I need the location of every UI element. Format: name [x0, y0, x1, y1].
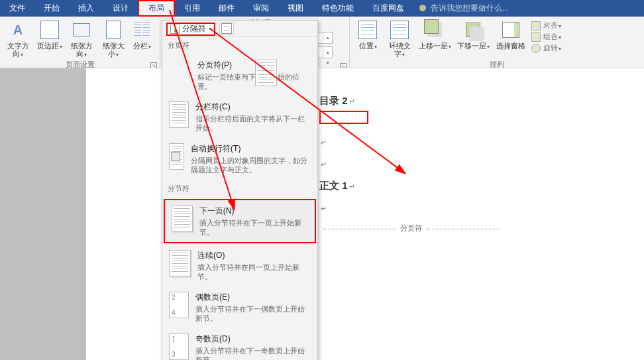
position-button[interactable]: 位置	[354, 18, 382, 51]
break-item-wrap[interactable]: 自动换行符(T)分隔网页上的对象周围的文字，如分隔题注文字与正文。	[162, 138, 317, 180]
orientation-label: 纸张方向	[68, 42, 95, 59]
spin-up-icon[interactable]: ▴	[323, 47, 332, 58]
bring-forward-label: 上移一层	[419, 42, 451, 51]
empty-paragraph-1	[319, 134, 503, 150]
break-item-next-page[interactable]: 下一页(N)插入分节符并在下一页上开始新节。	[164, 199, 316, 243]
tab-references[interactable]: 引用	[175, 0, 209, 17]
text-direction-label: 文字方向	[4, 42, 32, 59]
margins-button[interactable]: 页边距	[36, 18, 64, 51]
lightbulb-icon	[419, 5, 427, 13]
tab-file[interactable]: 文件	[0, 0, 34, 17]
send-backward-button[interactable]: 下移一层	[456, 18, 490, 51]
bring-forward-button[interactable]: 上移一层	[417, 18, 452, 51]
selection-pane-label: 选择窗格	[496, 42, 525, 50]
empty-paragraph-2	[319, 156, 503, 172]
breaks-icon	[170, 25, 180, 34]
tab-insert[interactable]: 插入	[69, 0, 103, 17]
group-icon	[531, 32, 541, 42]
tab-mailings[interactable]: 邮件	[209, 0, 244, 17]
even-page-break-icon	[169, 292, 189, 318]
wrap-text-label: 环绕文字	[386, 42, 413, 59]
rotate-icon	[531, 44, 541, 53]
text-direction-button[interactable]: A 文字方向	[4, 18, 32, 59]
next-page-break-icon	[172, 206, 193, 232]
tab-special[interactable]: 特色功能	[313, 0, 363, 17]
tab-home[interactable]: 开始	[34, 0, 69, 17]
heading-toc: 目录 2	[319, 93, 503, 109]
rotate-button[interactable]: 旋转	[531, 43, 561, 53]
selection-pane-button[interactable]: 选择窗格	[494, 18, 527, 50]
page-break-marker: 分页符	[319, 220, 503, 236]
spin-up-icon[interactable]: ▴	[323, 32, 332, 43]
paper-size-label: 纸张大小	[99, 42, 127, 59]
line-numbers-button[interactable]	[219, 23, 234, 34]
section-header-section-breaks: 分节符	[162, 180, 317, 198]
text-wrap-break-icon	[169, 143, 184, 170]
tell-me[interactable]: 告诉我您想要做什么...	[419, 0, 509, 17]
break-item-column[interactable]: 分栏符(C)指示分栏符后面的文字将从下一栏开始。	[162, 96, 317, 138]
cursor-line	[319, 111, 503, 129]
tab-baidu[interactable]: 百度网盘	[363, 0, 413, 17]
break-item-even-page[interactable]: 偶数页(E)插入分节符并在下一偶数页上开始新节。	[162, 286, 317, 328]
group-page-setup: A 文字方向 页边距 纸张方向 纸张大小 分栏 页面设置↘	[0, 17, 160, 68]
odd-page-break-icon	[169, 333, 189, 360]
menu-bar: 文件 开始 插入 设计 布局 引用 邮件 审阅 视图 特色功能 百度网盘 告诉我…	[0, 0, 644, 17]
cursor-highlight	[319, 111, 368, 124]
columns-label: 分栏	[133, 42, 151, 51]
ribbon: A 文字方向 页边距 纸张方向 纸张大小 分栏 页面设置↘	[0, 17, 644, 68]
orientation-button[interactable]: 纸张方向	[68, 18, 95, 59]
document-body[interactable]: 目录 2 正文 1 分页符	[319, 93, 503, 236]
section-header-page-breaks: 分页符	[162, 36, 317, 54]
group-arrange: 位置 环绕文字 上移一层 下移一层 选择窗格 对齐 组合 旋转	[350, 17, 644, 68]
tell-me-placeholder: 告诉我您想要做什么...	[431, 3, 509, 14]
break-item-odd-page[interactable]: 奇数页(D)插入分节符并在下一奇数页上开始新节。	[162, 328, 317, 360]
wrap-text-button[interactable]: 环绕文字	[386, 18, 413, 59]
break-item-continuous[interactable]: 连续(O)插入分节符并在同一页上开始新节。	[162, 245, 317, 286]
empty-paragraph-3	[319, 200, 503, 216]
breaks-dropdown: 分隔符 ▾ 分页符 分页符(P)标记一页结束与下一页开始的位置。 分栏符(C)指…	[162, 20, 318, 360]
tab-view[interactable]: 视图	[278, 0, 313, 17]
breaks-button[interactable]: 分隔符 ▾	[166, 23, 215, 36]
tab-design[interactable]: 设计	[103, 0, 138, 17]
break-item-page[interactable]: 分页符(P)标记一页结束与下一页开始的位置。	[162, 54, 317, 96]
paper-size-button[interactable]: 纸张大小	[99, 18, 127, 59]
page-break-icon	[255, 60, 277, 86]
send-backward-label: 下移一层	[457, 42, 490, 51]
tab-layout[interactable]: 布局	[138, 0, 175, 17]
chevron-down-icon: ▾	[209, 26, 211, 32]
align-icon	[531, 21, 541, 30]
breaks-label: 分隔符	[182, 23, 206, 34]
margins-label: 页边距	[37, 42, 62, 51]
column-break-icon	[169, 101, 189, 128]
group-button[interactable]: 组合	[531, 32, 561, 42]
align-button[interactable]: 对齐	[531, 21, 561, 30]
position-label: 位置	[359, 42, 377, 51]
columns-button[interactable]: 分栏	[131, 18, 152, 51]
continuous-break-icon	[169, 250, 191, 276]
heading-body: 正文 1	[319, 178, 503, 194]
tab-review[interactable]: 审阅	[244, 0, 278, 17]
